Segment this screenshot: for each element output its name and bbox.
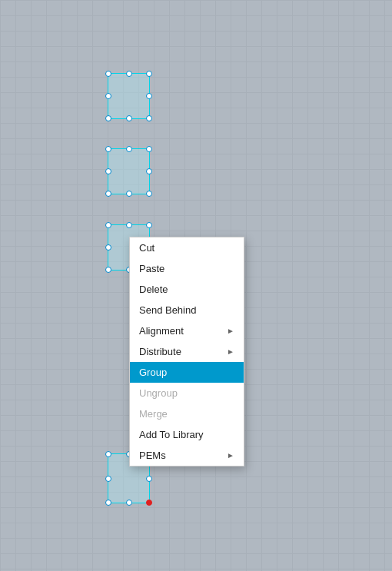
chevron-icon: ►: [227, 451, 234, 460]
menu-item-add-to-library[interactable]: Add To Library: [130, 424, 244, 445]
handle-tr[interactable]: [146, 222, 152, 228]
menu-item-ungroup: Ungroup: [130, 383, 244, 403]
menu-item-alignment[interactable]: Alignment ►: [130, 320, 244, 341]
shape-node-2[interactable]: [108, 148, 150, 194]
menu-item-group[interactable]: Group: [130, 362, 244, 383]
handle-br-red[interactable]: [146, 500, 152, 506]
handle-bl[interactable]: [105, 500, 111, 506]
handle-mr[interactable]: [146, 476, 152, 482]
chevron-icon: ►: [227, 327, 234, 335]
handle-tr[interactable]: [146, 146, 152, 152]
menu-item-delete[interactable]: Delete: [130, 279, 244, 300]
handle-tl[interactable]: [105, 222, 111, 228]
handle-br[interactable]: [146, 115, 152, 121]
menu-item-pems[interactable]: PEMs ►: [130, 445, 244, 466]
handle-tc[interactable]: [126, 71, 132, 77]
handle-tl[interactable]: [105, 71, 111, 77]
menu-item-send-behind-label: Send Behind: [139, 304, 196, 316]
handle-bc[interactable]: [126, 191, 132, 197]
menu-item-cut[interactable]: Cut: [130, 237, 244, 258]
handle-mr[interactable]: [146, 168, 152, 174]
menu-item-distribute[interactable]: Distribute ►: [130, 341, 244, 362]
handle-mr[interactable]: [146, 93, 152, 99]
menu-item-alignment-label: Alignment: [139, 325, 184, 337]
menu-item-merge-label: Merge: [139, 408, 168, 420]
handle-bc[interactable]: [126, 500, 132, 506]
menu-item-pems-label: PEMs: [139, 450, 166, 461]
context-menu: Cut Paste Delete Send Behind Alignment ►…: [129, 237, 244, 466]
handle-br[interactable]: [146, 191, 152, 197]
handle-tr[interactable]: [146, 71, 152, 77]
menu-item-paste[interactable]: Paste: [130, 258, 244, 279]
handle-tc[interactable]: [126, 146, 132, 152]
handle-bl[interactable]: [105, 115, 111, 121]
menu-item-group-label: Group: [139, 367, 167, 378]
handle-tl[interactable]: [105, 451, 111, 457]
menu-item-distribute-label: Distribute: [139, 346, 181, 357]
menu-item-cut-label: Cut: [139, 242, 154, 254]
handle-ml[interactable]: [105, 244, 111, 251]
handle-ml[interactable]: [105, 476, 111, 482]
handle-tc[interactable]: [126, 222, 132, 228]
menu-item-add-to-library-label: Add To Library: [139, 429, 204, 440]
menu-item-ungroup-label: Ungroup: [139, 387, 178, 399]
chevron-icon: ►: [227, 347, 234, 356]
handle-bl[interactable]: [105, 191, 111, 197]
menu-item-delete-label: Delete: [139, 284, 168, 295]
menu-item-paste-label: Paste: [139, 263, 164, 274]
menu-item-send-behind[interactable]: Send Behind: [130, 300, 244, 320]
menu-item-merge: Merge: [130, 403, 244, 424]
shape-node-1[interactable]: [108, 73, 150, 119]
handle-ml[interactable]: [105, 93, 111, 99]
handle-ml[interactable]: [105, 168, 111, 174]
handle-bl[interactable]: [105, 267, 111, 273]
handle-tl[interactable]: [105, 146, 111, 152]
handle-bc[interactable]: [126, 115, 132, 121]
